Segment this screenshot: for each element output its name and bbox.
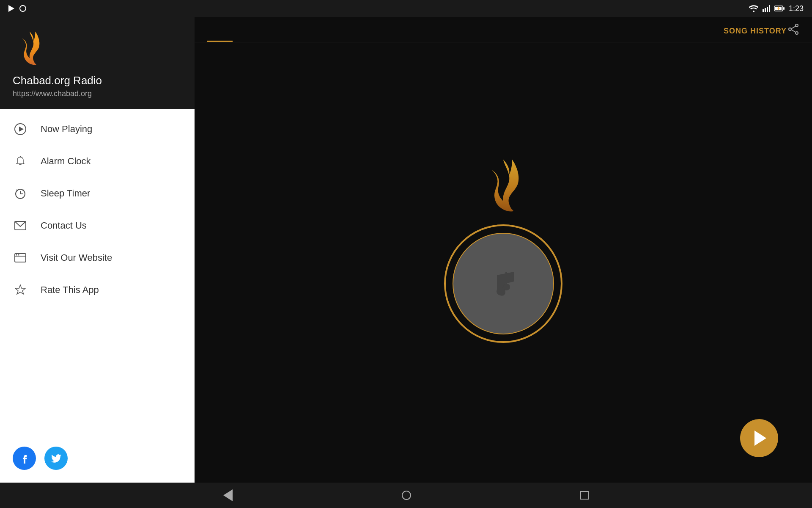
svg-rect-3 (769, 5, 770, 12)
now-playing-label: Now Playing (41, 124, 92, 135)
svg-rect-2 (767, 7, 768, 12)
star-icon (13, 282, 28, 298)
svg-line-24 (791, 26, 796, 29)
nav-back-button[interactable] (223, 489, 233, 501)
main-content: Chabad.org Radio https://www.chabad.org … (0, 17, 812, 483)
tab-now-playing[interactable] (207, 28, 233, 42)
app-url: https://www.chabad.org (13, 89, 92, 98)
sidebar: Chabad.org Radio https://www.chabad.org … (0, 17, 195, 483)
sidebar-item-alarm-clock[interactable]: Alarm Clock (0, 145, 195, 177)
svg-rect-0 (763, 9, 764, 12)
svg-point-18 (16, 254, 17, 256)
status-bar-right: 1:23 (749, 4, 804, 13)
right-content: SONG HISTORY (195, 17, 812, 483)
status-bar: 1:23 (0, 0, 812, 17)
bottom-nav (0, 483, 812, 508)
wifi-icon (749, 5, 758, 12)
contact-us-label: Contact Us (41, 220, 87, 231)
bell-icon (13, 154, 28, 169)
svg-point-21 (796, 24, 798, 27)
music-circle (444, 224, 562, 343)
sidebar-item-sleep-timer[interactable]: Sleep Timer (0, 177, 195, 210)
svg-marker-8 (19, 127, 24, 132)
play-status-icon (8, 5, 14, 12)
sidebar-menu: Now Playing Alarm Clock (0, 109, 195, 438)
sidebar-item-rate-app[interactable]: Rate This App (0, 274, 195, 306)
clock-icon (13, 186, 28, 201)
tab-bar: SONG HISTORY (195, 17, 812, 42)
signal-icon (763, 5, 770, 12)
svg-point-22 (789, 28, 791, 30)
app-logo (13, 30, 47, 68)
svg-rect-5 (783, 7, 785, 10)
rate-app-label: Rate This App (41, 284, 99, 295)
status-bar-left (8, 5, 26, 12)
app-title: Chabad.org Radio (13, 74, 102, 87)
mail-icon (13, 218, 28, 233)
svg-point-19 (18, 254, 19, 256)
center-flame-logo (478, 157, 529, 216)
sidebar-item-contact-us[interactable]: Contact Us (0, 210, 195, 242)
nav-home-button[interactable] (402, 491, 411, 500)
svg-line-25 (791, 30, 796, 32)
circle-status-icon (19, 5, 26, 12)
svg-point-23 (796, 32, 798, 34)
nav-recents-button[interactable] (580, 491, 589, 500)
play-icon (13, 121, 28, 137)
svg-marker-20 (15, 285, 25, 294)
play-arrow-icon (754, 431, 766, 446)
sleep-timer-label: Sleep Timer (41, 188, 90, 199)
visit-website-label: Visit Our Website (41, 252, 112, 263)
battery-icon (774, 6, 785, 11)
play-main-button[interactable] (740, 419, 778, 457)
sidebar-social (0, 438, 195, 483)
svg-point-27 (503, 284, 510, 290)
share-button[interactable] (787, 23, 799, 35)
music-circle-inner (453, 233, 554, 334)
svg-rect-29 (497, 275, 499, 290)
svg-rect-28 (505, 272, 507, 284)
status-time: 1:23 (789, 4, 804, 13)
twitter-button[interactable] (44, 447, 68, 470)
music-note-icon (482, 262, 524, 305)
alarm-clock-label: Alarm Clock (41, 156, 91, 167)
sidebar-header: Chabad.org Radio https://www.chabad.org (0, 17, 195, 109)
tab-song-history[interactable]: SONG HISTORY (711, 20, 799, 42)
browser-icon (13, 250, 28, 265)
sidebar-item-now-playing[interactable]: Now Playing (0, 113, 195, 145)
svg-rect-1 (765, 8, 766, 12)
sidebar-item-visit-website[interactable]: Visit Our Website (0, 242, 195, 274)
facebook-button[interactable] (13, 447, 36, 470)
